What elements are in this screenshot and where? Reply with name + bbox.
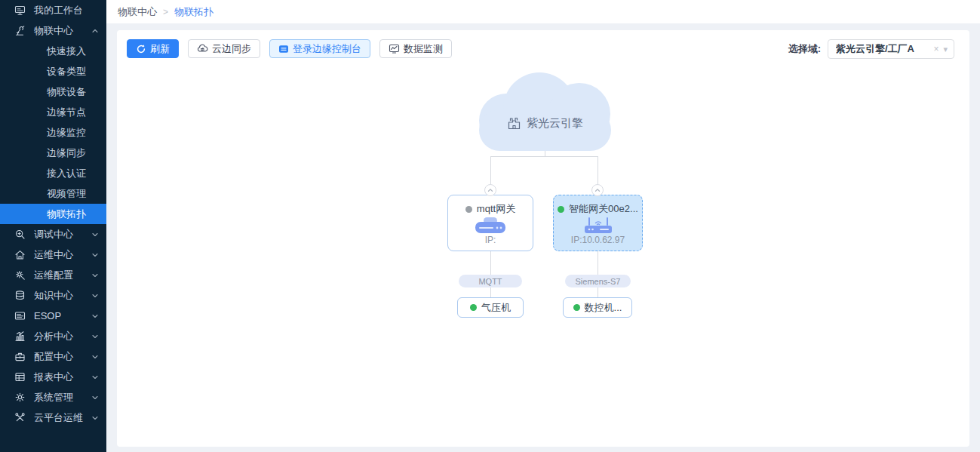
status-dot-online (470, 304, 477, 311)
esop-screen-icon (14, 310, 26, 321)
sidebar-item-ops-center[interactable]: 运维中心 (0, 244, 106, 265)
gear-magnifier-icon (14, 269, 26, 281)
sidebar-item-report-center[interactable]: 报表中心 (0, 367, 106, 387)
sidebar-item-analysis-center[interactable]: 分析中心 (0, 326, 106, 346)
chevron-down-icon (91, 353, 99, 361)
sidebar-item-label: 云平台运维 (34, 411, 91, 425)
protocol-tag-mqtt: MQTT (459, 275, 522, 287)
gateway-name: mqtt网关 (477, 202, 515, 216)
gateway-ip: IP:10.0.62.97 (571, 235, 625, 245)
status-dot-online (558, 206, 564, 213)
router-icon (582, 217, 615, 235)
tools-icon (14, 412, 26, 423)
status-dot-offline (465, 206, 472, 213)
topology-canvas: 紫光云引擎 mqtt网关 IP: (117, 30, 969, 447)
sidebar-subitem-access-auth[interactable]: 接入认证 (0, 163, 106, 183)
gateway-node-mqtt[interactable]: mqtt网关 IP: (447, 195, 533, 251)
protocol-tag-siemens: Siemens-S7 (565, 275, 631, 287)
home-wrench-icon (14, 249, 26, 260)
sidebar-subitem-edge-monitor[interactable]: 边缘监控 (0, 122, 106, 143)
sidebar-item-label: 物联中心 (34, 24, 91, 38)
cloud-label: 紫光云引擎 (527, 116, 583, 131)
connector-line (598, 251, 598, 275)
breadcrumb-separator-icon: > (163, 7, 168, 17)
chevron-down-icon (91, 394, 99, 401)
gateway-title-row: mqtt网关 (465, 202, 515, 216)
gateway-ip: IP: (485, 235, 496, 245)
sidebar-item-esop[interactable]: ESOP (0, 306, 106, 326)
chevron-up-icon (91, 27, 99, 35)
chevron-down-icon (91, 231, 99, 238)
sidebar-item-ops-config[interactable]: 运维配置 (0, 265, 106, 285)
sidebar-item-label: 我的工作台 (34, 4, 99, 17)
sidebar: 我的工作台 物联中心 快速接入 设备类型 物联设备 边缘节点 边缘监控 边缘同步… (0, 0, 106, 452)
sidebar-item-label: 系统管理 (34, 391, 91, 404)
chevron-down-icon (91, 333, 99, 340)
cloud-node[interactable]: 紫光云引擎 (479, 72, 611, 151)
chevron-down-icon (91, 312, 99, 320)
sidebar-item-workbench[interactable]: 我的工作台 (0, 0, 106, 20)
chevron-down-icon (91, 374, 99, 381)
connector-line (490, 156, 598, 157)
chevron-down-icon (91, 272, 99, 279)
collapse-toggle-icon[interactable] (591, 184, 604, 196)
sidebar-subitem-edge-node[interactable]: 边缘节点 (0, 102, 106, 122)
factory-icon (507, 117, 521, 130)
gateway-name: 智能网关00e2... (569, 202, 638, 216)
sidebar-subitem-edge-sync[interactable]: 边缘同步 (0, 143, 106, 163)
workbench-monitor-icon (14, 5, 26, 16)
report-table-icon (14, 371, 26, 383)
debug-magnifier-icon (14, 229, 26, 240)
sidebar-item-label: 调试中心 (34, 228, 91, 241)
gateway-title-row: 智能网关00e2... (558, 202, 638, 216)
device-name: 数控机... (585, 301, 622, 315)
sidebar-item-debug-center[interactable]: 调试中心 (0, 224, 106, 244)
chevron-down-icon (91, 414, 99, 422)
status-dot-online (573, 304, 580, 311)
device-node-air-compressor[interactable]: 气压机 (457, 297, 524, 318)
bar-chart-icon (14, 331, 26, 342)
device-name: 气压机 (481, 301, 511, 315)
sidebar-item-knowledge-center[interactable]: 知识中心 (0, 285, 106, 306)
protocol-label: MQTT (478, 277, 502, 286)
sidebar-item-label: 配置中心 (34, 350, 91, 364)
connector-line (490, 251, 491, 275)
sidebar-subitem-iot-topology[interactable]: 物联拓扑 (0, 204, 106, 224)
gateway-node-smart[interactable]: 智能网关00e2... IP:10.0.62.97 (553, 195, 643, 251)
sidebar-item-label: 运维配置 (34, 269, 91, 282)
connector-line (598, 287, 598, 297)
sidebar-item-system-mgmt[interactable]: 系统管理 (0, 387, 106, 407)
chevron-down-icon (91, 292, 99, 300)
sidebar-item-label: 分析中心 (34, 330, 91, 343)
sidebar-subitem-device-type[interactable]: 设备类型 (0, 61, 106, 81)
gateway-hub-icon (474, 217, 507, 235)
toolbox-icon (14, 351, 26, 362)
breadcrumb-current[interactable]: 物联拓扑 (174, 5, 214, 19)
sidebar-subitem-quick-access[interactable]: 快速接入 (0, 41, 106, 61)
sidebar-item-label: 知识中心 (34, 289, 91, 303)
sidebar-item-iot-center[interactable]: 物联中心 (0, 20, 106, 41)
protocol-label: Siemens-S7 (576, 277, 621, 286)
chevron-down-icon (91, 251, 99, 259)
sidebar-item-cloud-platform-ops[interactable]: 云平台运维 (0, 407, 106, 428)
connector-line (490, 287, 491, 297)
robot-arm-icon (14, 25, 26, 36)
sidebar-subitem-video-mgmt[interactable]: 视频管理 (0, 183, 106, 204)
sidebar-item-config-center[interactable]: 配置中心 (0, 346, 106, 367)
sidebar-item-label: ESOP (34, 310, 91, 321)
database-icon (14, 290, 26, 301)
sidebar-subitem-iot-device[interactable]: 物联设备 (0, 81, 106, 102)
device-node-cnc[interactable]: 数控机... (563, 297, 632, 318)
sidebar-item-label: 报表中心 (34, 371, 91, 384)
collapse-toggle-icon[interactable] (484, 184, 496, 196)
breadcrumb-parent: 物联中心 (118, 5, 157, 19)
sidebar-item-label: 运维中心 (34, 248, 91, 262)
cloud-label-row: 紫光云引擎 (479, 116, 611, 131)
breadcrumb: 物联中心 > 物联拓扑 (106, 0, 980, 23)
topology-panel: 刷新 云边同步 登录边缘控制台 数据监测 选择域: 紫光云引擎/工厂A × ▾ (117, 30, 969, 447)
gear-icon (14, 392, 26, 403)
